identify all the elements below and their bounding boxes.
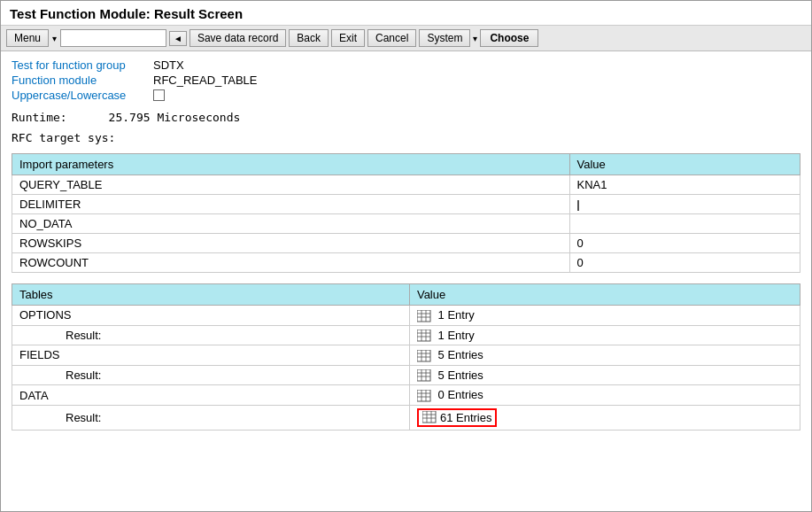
param-options: OPTIONS [12,306,410,326]
svg-rect-10 [417,350,430,361]
svg-rect-0 [417,310,430,322]
import-col1-header: Import parameters [12,154,570,175]
function-module-value: RFC_READ_TABLE [153,74,258,87]
param-no-data: NO_DATA [12,214,570,234]
rfc-target-section: RFC target sys: [12,131,800,144]
value-options: 1 Entry [409,306,800,326]
table-row: FIELDS 5 Entries [12,345,800,366]
tables-col1-header: Tables [12,284,410,306]
exit-button[interactable]: Exit [331,29,365,47]
import-parameters-table: Import parameters Value QUERY_TABLE KNA1… [12,153,800,273]
param-data: DATA [12,385,410,406]
cancel-button[interactable]: Cancel [367,29,416,47]
table-row: Result: 5 Entries [12,365,800,385]
tables-table: Tables Value OPTIONS [12,283,800,431]
table-row: DATA 0 Entries [12,385,800,406]
runtime-section: Runtime: 25.795 Microseconds [12,111,800,124]
table-grid-icon [422,411,437,423]
table-row: ROWCOUNT 0 [12,253,800,273]
param-fields-result: Result: [12,365,410,385]
uppercase-label: Uppercase/Lowercase [12,89,153,102]
content-area: Test for function group SDTX Function mo… [1,51,811,448]
page-title: Test Function Module: Result Screen [10,6,802,21]
test-for-fg-label: Test for function group [12,58,153,72]
svg-rect-15 [417,369,430,381]
param-options-result: Result: [12,325,410,345]
title-bar: Test Function Module: Result Screen [1,1,811,26]
param-fields: FIELDS [12,345,410,366]
table-row: ROWSKIPS 0 [12,234,800,253]
data-result-value: 61 Entries [440,411,492,424]
uppercase-checkbox[interactable] [153,89,165,101]
system-arrow-icon: ▾ [473,34,477,43]
highlighted-result-cell[interactable]: 61 Entries [417,408,498,427]
value-kna1: KNA1 [569,175,800,195]
toolbar: Menu ▾ ◄ Save data record Back Exit Canc… [1,26,811,51]
param-rowskips: ROWSKIPS [12,234,570,253]
param-rowcount: ROWCOUNT [12,253,570,273]
back-button[interactable]: Back [289,29,329,47]
svg-rect-20 [417,390,430,401]
table-row: NO_DATA [12,214,800,234]
param-delimiter: DELIMITER [12,195,570,214]
svg-rect-5 [417,330,430,341]
system-button[interactable]: System [419,29,470,47]
value-options-result: 1 Entry [409,325,800,345]
param-query-table: QUERY_TABLE [12,175,570,195]
value-fields-result: 5 Entries [409,365,800,385]
table-grid-icon [417,330,431,342]
table-row: DELIMITER [12,195,800,214]
value-rowskips: 0 [569,234,800,253]
value-rowcount: 0 [569,253,800,273]
svg-rect-25 [422,411,436,423]
value-fields: 5 Entries [409,345,800,366]
menu-button[interactable]: Menu [6,29,49,47]
table-grid-icon [417,390,431,402]
runtime-value: 25.795 Microseconds [109,111,241,124]
info-section: Test for function group SDTX Function mo… [12,58,800,102]
table-grid-icon [417,310,431,322]
rfc-target-label: RFC target sys: [12,131,115,144]
table-grid-icon [417,350,431,362]
runtime-label: Runtime: [12,111,67,124]
main-window: Test Function Module: Result Screen Menu… [0,0,812,512]
test-for-fg-row: Test for function group SDTX [12,58,800,72]
value-data-result: 61 Entries [409,405,800,430]
value-data: 0 Entries [409,385,800,406]
save-data-record-button[interactable]: Save data record [189,29,286,47]
table-row: OPTIONS 1 Entry [12,306,800,326]
menu-arrow-icon: ▾ [51,34,58,43]
toolbar-input[interactable] [60,29,166,47]
import-col2-header: Value [569,154,800,175]
delimiter-bar-icon [577,200,579,211]
function-module-label: Function module [12,74,153,87]
function-module-row: Function module RFC_READ_TABLE [12,74,800,87]
table-row: Result: [12,405,800,430]
param-data-result: Result: [12,405,410,430]
test-for-fg-value: SDTX [153,58,184,72]
table-row: QUERY_TABLE KNA1 [12,175,800,195]
uppercase-row: Uppercase/Lowercase [12,89,800,102]
tables-col2-header: Value [409,284,800,306]
table-grid-icon [417,369,431,382]
table-row: Result: 1 Entry [12,325,800,345]
value-no-data [569,214,800,234]
choose-button[interactable]: Choose [480,29,538,47]
value-delimiter [569,195,800,214]
nav-arrow-button[interactable]: ◄ [169,31,187,46]
